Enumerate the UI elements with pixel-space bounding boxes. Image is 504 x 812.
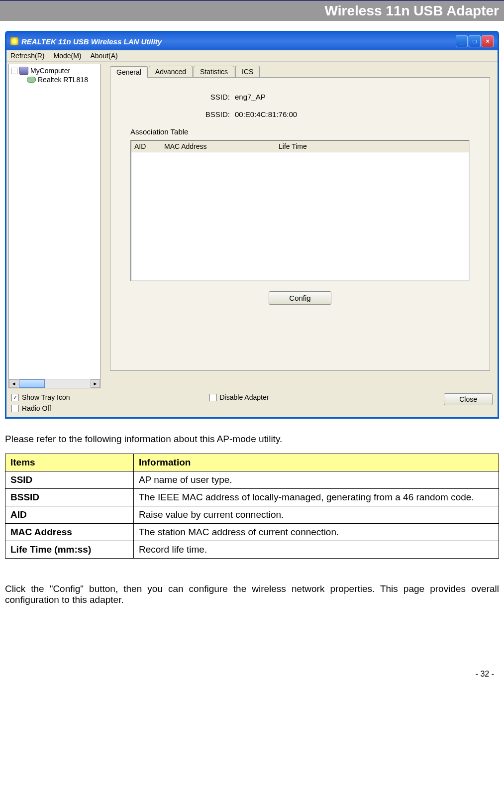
config-paragraph: Click the "Config" button, then you can … <box>5 583 499 605</box>
device-tree: - MyComputer Realtek RTL818 ◄ ► <box>8 64 101 388</box>
app-icon <box>10 37 18 45</box>
header-title: Wireless 11n USB Adapter <box>325 3 499 18</box>
window-title: REALTEK 11n USB Wireless LAN Utility <box>21 37 456 46</box>
tree-expander-icon[interactable]: - <box>11 68 17 74</box>
close-window-button[interactable]: × <box>482 35 494 47</box>
menu-about[interactable]: About(A) <box>90 52 117 60</box>
table-row: MAC Address The station MAC address of c… <box>5 524 499 541</box>
tab-general[interactable]: General <box>110 66 148 78</box>
menu-bar: Refresh(R) Mode(M) About(A) <box>6 50 498 62</box>
close-button[interactable]: Close <box>444 393 493 405</box>
config-button[interactable]: Config <box>269 291 331 305</box>
menu-refresh[interactable]: Refresh(R) <box>10 52 44 60</box>
tab-advanced[interactable]: Advanced <box>149 66 193 77</box>
bssid-value: 00:E0:4C:81:76:00 <box>235 110 297 118</box>
column-life[interactable]: Life Time <box>279 142 307 150</box>
utility-window: REALTEK 11n USB Wireless LAN Utility _ □… <box>5 31 499 419</box>
disable-adapter-label: Disable Adapter <box>220 393 269 401</box>
computer-icon <box>19 67 28 75</box>
column-aid[interactable]: AID <box>134 142 164 150</box>
tab-ics[interactable]: ICS <box>235 66 260 77</box>
table-row: Life Time (mm:ss) Record life time. <box>5 541 499 559</box>
table-row: AID Raise value by current connection. <box>5 506 499 524</box>
ssid-label: SSID: <box>130 93 235 101</box>
window-titlebar: REALTEK 11n USB Wireless LAN Utility _ □… <box>6 32 498 50</box>
show-tray-checkbox[interactable]: ✓ <box>11 394 19 401</box>
table-header-items: Items <box>5 454 134 471</box>
horizontal-scrollbar[interactable]: ◄ ► <box>9 379 100 388</box>
scroll-left-icon[interactable]: ◄ <box>9 379 18 388</box>
table-row: SSID AP name of user type. <box>5 471 499 489</box>
info-table: Items Information SSID AP name of user t… <box>5 454 499 559</box>
scroll-right-icon[interactable]: ► <box>91 379 100 388</box>
maximize-button[interactable]: □ <box>469 35 481 47</box>
ssid-value: eng7_AP <box>235 93 266 101</box>
tab-statistics[interactable]: Statistics <box>194 66 234 77</box>
scroll-thumb[interactable] <box>19 379 45 388</box>
bottom-bar: ✓ Show Tray Icon Radio Off Disable Adapt… <box>6 390 498 417</box>
table-row: BSSID The IEEE MAC address of locally-ma… <box>5 489 499 506</box>
show-tray-label: Show Tray Icon <box>22 393 70 401</box>
bssid-label: BSSID: <box>130 110 235 118</box>
column-mac[interactable]: MAC Address <box>164 142 279 150</box>
tab-content: SSID: eng7_AP BSSID: 00:E0:4C:81:76:00 A… <box>110 77 490 371</box>
radio-off-checkbox[interactable] <box>11 405 19 412</box>
tab-bar: General Advanced Statistics ICS <box>110 66 490 77</box>
menu-mode[interactable]: Mode(M) <box>53 52 81 60</box>
intro-text: Please refer to the following informatio… <box>5 434 499 445</box>
adapter-icon <box>27 77 36 83</box>
table-header-info: Information <box>133 454 499 471</box>
association-table-label: Association Table <box>130 127 470 136</box>
disable-adapter-checkbox[interactable] <box>209 394 217 401</box>
association-table: AID MAC Address Life Time <box>130 140 470 281</box>
tree-child-label[interactable]: Realtek RTL818 <box>38 76 88 84</box>
tree-root-label[interactable]: MyComputer <box>30 67 70 75</box>
minimize-button[interactable]: _ <box>456 35 468 47</box>
page-number: - 32 - <box>0 620 504 689</box>
radio-off-label: Radio Off <box>22 404 51 412</box>
page-header: Wireless 11n USB Adapter <box>0 0 504 21</box>
